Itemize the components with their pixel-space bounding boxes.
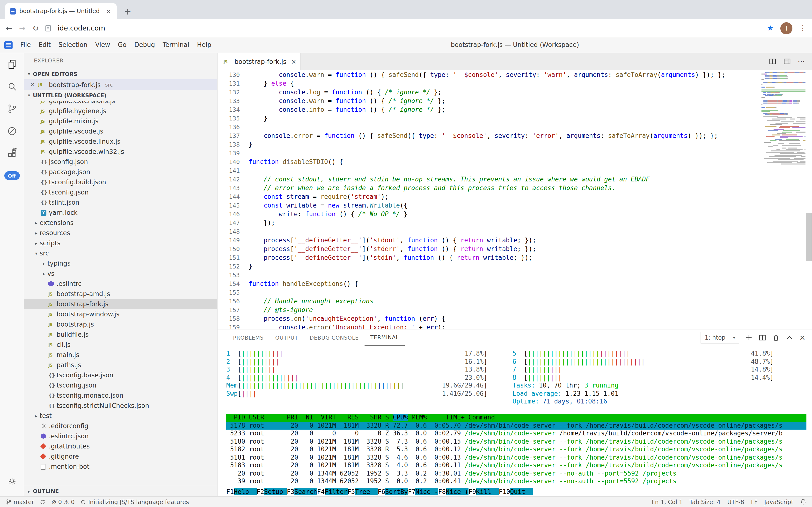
tree-item-vs[interactable]: ▸vs [24, 269, 217, 279]
tree-item-gulpfile-vscode-linux-js[interactable]: JSgulpfile.vscode.linux.js [24, 136, 217, 147]
process-row-5183[interactable]: 5183 root 20 0 1021M 181M 3328 S 4.0 0.6… [226, 461, 806, 469]
tree-item-typings[interactable]: ▸typings [24, 258, 217, 269]
tree-item-paths-js[interactable]: JSpaths.js [24, 360, 217, 370]
fkey-label-kill[interactable]: Kill [476, 488, 499, 495]
tree-item-tsconfig-json[interactable]: {}tsconfig.json [24, 380, 217, 390]
open-editors-header[interactable]: ▾ OPEN EDITORS [24, 69, 217, 79]
tree-item-tsconfig-json[interactable]: {}tsconfig.json [24, 187, 217, 198]
tree-item-eslintrc[interactable]: .eslintrc [24, 279, 217, 289]
tree-item-package-json[interactable]: {}package.json [24, 167, 217, 177]
settings-gear-icon[interactable] [0, 470, 24, 493]
split-editor-icon[interactable] [769, 58, 776, 65]
tree-item-bootstrap-window-js[interactable]: JSbootstrap-window.js [24, 309, 217, 319]
tree-item-scripts[interactable]: ▸scripts [24, 238, 217, 248]
avatar[interactable]: J [780, 22, 793, 34]
debug-disabled-icon[interactable] [0, 120, 24, 142]
page-info-icon[interactable] [46, 25, 51, 31]
tree-item-extensions[interactable]: ▸extensions [24, 218, 217, 228]
fkey-f4[interactable]: F4 [317, 488, 325, 495]
tree-item-gulpfile-vscode-js[interactable]: JSgulpfile.vscode.js [24, 126, 217, 136]
fkey-label-tree[interactable]: Tree [355, 488, 378, 495]
panel-tab-terminal[interactable]: TERMINAL [365, 330, 405, 346]
kill-terminal-icon[interactable] [772, 334, 780, 342]
status-branch[interactable]: master [6, 499, 34, 505]
new-tab-button[interactable]: + [121, 4, 134, 18]
workspace-header[interactable]: ▾ UNTITLED (WORKSPACE) [24, 90, 217, 101]
search-icon[interactable] [0, 75, 24, 98]
tree-item-tsconfig-strictnullchecks-json[interactable]: {}tsconfig.strictNullChecks.json [24, 401, 217, 411]
panel-tab-debug-console[interactable]: DEBUG CONSOLE [304, 330, 365, 346]
fkey-label-quit[interactable]: Quit [510, 488, 533, 495]
browser-tab[interactable]: bootstrap-fork.js — Untitled (W × [5, 3, 117, 19]
tree-item-eslintrc-json[interactable]: .eslintrc.json [24, 431, 217, 441]
tab-close-icon[interactable]: × [291, 58, 296, 65]
process-row-5182[interactable]: 5182 root 20 0 1021M 181M 3328 R 5.3 0.6… [226, 446, 806, 454]
menu-go[interactable]: Go [114, 37, 130, 53]
tree-item-cli-js[interactable]: JScli.js [24, 340, 217, 350]
menu-view[interactable]: View [91, 37, 114, 53]
tree-item-mention-bot[interactable]: .mention-bot [24, 461, 217, 472]
fkey-label-nice[interactable]: Nice - [416, 488, 438, 495]
outline-header[interactable]: ▸ OUTLINE [24, 486, 217, 496]
browser-menu-icon[interactable]: ⋮ [799, 24, 806, 33]
tree-item-src[interactable]: ▾src [24, 248, 217, 258]
extensions-icon[interactable] [0, 142, 24, 165]
code-editor[interactable]: 130 console.warn = function () { safeSen… [217, 70, 812, 329]
close-panel-icon[interactable]: × [799, 333, 806, 342]
open-editor-item[interactable]: × JS bootstrap-fork.js src [24, 79, 217, 90]
menu-debug[interactable]: Debug [131, 37, 159, 53]
tree-item-gitattributes[interactable]: .gitattributes [24, 441, 217, 451]
tree-item-gulpfile-vscode-win32-js[interactable]: JSgulpfile.vscode.win32.js [24, 147, 217, 157]
menu-edit[interactable]: Edit [35, 37, 55, 53]
tree-item-buildfile-js[interactable]: JSbuildfile.js [24, 330, 217, 340]
status-sync[interactable] [40, 499, 46, 505]
tree-item-bootstrap-fork-js[interactable]: JSbootstrap-fork.js [24, 299, 217, 309]
status-message[interactable]: Initializing JS/TS language features [80, 499, 189, 505]
tree-item-test[interactable]: ▸test [24, 411, 217, 421]
menu-terminal[interactable]: Terminal [159, 37, 193, 53]
new-terminal-icon[interactable] [745, 334, 753, 342]
tree-item-jsconfig-json[interactable]: {}jsconfig.json [24, 157, 217, 167]
status-language-mode[interactable]: JavaScript [764, 499, 793, 505]
process-row-5233[interactable]: 5233 root 20 0 0 0 0 Z 36.3 0.0 0:02.79 … [226, 430, 806, 438]
terminal-selector[interactable]: 1: htop ▾ [700, 332, 740, 343]
process-row-5181[interactable]: 5181 root 20 0 1021M 181M 3328 S 4.6 0.6… [226, 454, 806, 461]
process-row-20[interactable]: 20 root 20 0 1344M 62052 1952 S 3.3 0.2 … [226, 469, 806, 477]
address-bar[interactable]: ide.coder.com [58, 24, 760, 32]
panel-tab-problems[interactable]: PROBLEMS [227, 330, 269, 346]
htop-function-keys[interactable]: F1Help F2Setup F3SearchF4FilterF5Tree F6… [226, 488, 533, 495]
tree-item-tsconfig-build-json[interactable]: {}tsconfig.build.json [24, 177, 217, 187]
process-row-5178[interactable]: 5178 root 20 0 1021M 181M 3328 R 72.7 0.… [226, 421, 806, 430]
fkey-label-nice[interactable]: Nice + [446, 488, 469, 495]
editor-tab[interactable]: JS bootstrap-fork.js × [217, 53, 301, 70]
tree-item-gitignore[interactable]: .gitignore [24, 451, 217, 461]
tree-item-bootstrap-amd-js[interactable]: JSbootstrap-amd.js [24, 289, 217, 299]
reload-icon[interactable]: ↻ [33, 23, 39, 33]
fkey-label-help[interactable]: Help [234, 488, 256, 495]
status-encoding[interactable]: UTF-8 [728, 499, 744, 505]
source-control-icon[interactable] [0, 98, 24, 120]
status-problems[interactable]: ⊘ 0 ⚠ 0 [52, 499, 75, 505]
tree-item-editorconfig[interactable]: .editorconfig [24, 421, 217, 431]
process-row-5180[interactable]: 5180 root 20 0 1021M 181M 3328 S 7.3 0.6… [226, 438, 806, 446]
close-editor-icon[interactable]: × [29, 81, 36, 88]
layout-icon[interactable] [783, 58, 791, 65]
fkey-f9[interactable]: F9 [469, 488, 476, 495]
process-row-39[interactable]: 39 root 20 0 1344M 62052 1952 S 0.0 0.2 … [226, 477, 806, 486]
fkey-f3[interactable]: F3 [287, 488, 295, 495]
status-tab-size[interactable]: Tab Size: 4 [689, 499, 721, 505]
fkey-f8[interactable]: F8 [438, 488, 446, 495]
menu-file[interactable]: File [16, 37, 35, 53]
fkey-label-sortby[interactable]: SortBy [385, 488, 408, 495]
tree-item-gulpfile-extensions-js[interactable]: JSgulpfile.extensions.js [24, 101, 217, 106]
editor-scrollbar[interactable] [806, 70, 812, 329]
off-toggle-badge[interactable]: Off [4, 171, 19, 180]
status-cursor-position[interactable]: Ln 1, Col 1 [652, 499, 683, 505]
tree-item-yarn-lock[interactable]: Yyarn.lock [24, 208, 217, 218]
tree-item-tslint-json[interactable]: {}tslint.json [24, 198, 217, 208]
forward-icon[interactable]: → [19, 23, 25, 33]
split-terminal-icon[interactable] [759, 334, 766, 342]
fkey-f10[interactable]: F10 [499, 488, 510, 495]
maximize-panel-icon[interactable] [786, 334, 794, 342]
fkey-f6[interactable]: F6 [378, 488, 385, 495]
